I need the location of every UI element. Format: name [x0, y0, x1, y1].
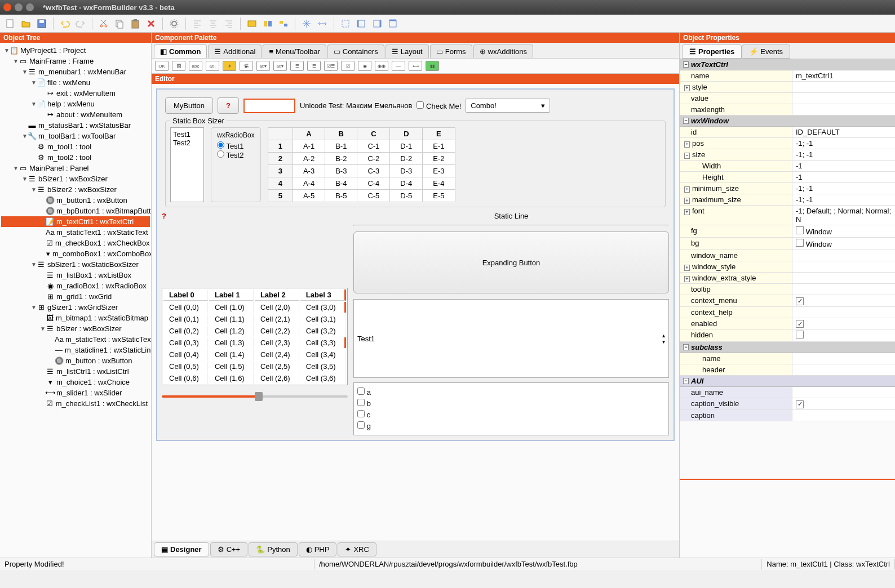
tab-python[interactable]: 🐍Python [249, 542, 297, 556]
tree-node-tool1[interactable]: ⚙m_tool1 : tool [1, 141, 150, 152]
tree-node-tool2[interactable]: ⚙m_tool2 : tool [1, 152, 150, 163]
tree-node-choice1[interactable]: ▾m_choice1 : wxChoice [1, 377, 150, 387]
tree-node-mainpanel[interactable]: ▼▭MainPanel : Panel [1, 163, 150, 173]
component-listctrl-icon[interactable]: ☰ [307, 61, 321, 71]
tab-designer[interactable]: ▤Designer [154, 542, 209, 556]
tree-node-sbsizer1[interactable]: ▼☰sbSizer1 : wxStaticBoxSizer [1, 259, 150, 270]
tree-node-slider1[interactable]: ⟷m_slider1 : wxSlider [1, 387, 150, 398]
tree-node-mainframe[interactable]: ▼▭MainFrame : Frame [1, 56, 150, 66]
slider[interactable] [162, 391, 348, 402]
component-combobox-icon[interactable]: ab▾ [256, 61, 270, 71]
object-tree[interactable]: ▼📋MyProject1 : Project ▼▭MainFrame : Fra… [0, 43, 151, 558]
expanding-button[interactable]: Expanding Button [353, 231, 669, 293]
tree-node-listbox1[interactable]: ☰m_listBox1 : wxListBox [1, 270, 150, 280]
new-file-icon[interactable] [3, 17, 17, 30]
prop-category-aui[interactable]: −AUI [680, 376, 895, 387]
tab-common[interactable]: ◧Common [154, 44, 207, 58]
tree-node-toolbar[interactable]: ▼🔧m_toolBar1 : wxToolBar [1, 131, 150, 141]
tree-node-statusbar[interactable]: ▬m_statusBar1 : wxStatusBar [1, 120, 150, 131]
component-checkbox-icon[interactable]: ☑ [341, 61, 355, 71]
tree-node-bpbutton1[interactable]: 🔘m_bpButton1 : wxBitmapButton [1, 206, 150, 216]
choice-box[interactable]: Test1▴▾ [353, 299, 669, 378]
stretch-icon[interactable] [316, 17, 329, 30]
tree-node-grid1[interactable]: ⊞m_grid1 : wxGrid [1, 291, 150, 302]
prop-category-textctrl[interactable]: −wxTextCtrl [680, 59, 895, 70]
layout2-icon[interactable] [261, 17, 274, 30]
tree-node-exit[interactable]: ↦exit : wxMenuItem [1, 88, 150, 99]
tree-node-statictext[interactable]: Aam_staticText : wxStaticText [1, 334, 150, 345]
tab-php[interactable]: ◐PHP [299, 542, 337, 556]
save-icon[interactable] [35, 17, 48, 30]
tab-forms[interactable]: ▭Forms [430, 44, 472, 58]
spinner-icon[interactable]: ▴▾ [662, 332, 665, 345]
tree-node-checklist1[interactable]: ☑m_checkList1 : wxCheckList [1, 398, 150, 409]
form-preview[interactable]: MyButton ? Unicode Test: Максим Емельяно… [156, 88, 675, 441]
tab-additional[interactable]: ☰Additional [208, 44, 262, 58]
tab-cpp[interactable]: ⚙C++ [210, 542, 248, 556]
textctrl-preview[interactable] [243, 99, 295, 113]
listbox[interactable]: Test1 Test2 [170, 127, 204, 202]
prop-category-subclass[interactable]: −subclass [680, 342, 895, 353]
component-textctrl-icon[interactable]: ab| [206, 61, 219, 71]
tree-node-gsizer1[interactable]: ▼⊞gSizer1 : wxGridSizer [1, 302, 150, 313]
list-ctrl[interactable]: Label 0Label 1Label 2Label 3 Cell (0,0)C… [162, 288, 348, 385]
mybutton[interactable]: MyButton [165, 97, 213, 114]
window-minimize-icon[interactable] [15, 3, 23, 11]
component-slider-icon[interactable]: ⟷ [409, 61, 422, 71]
copy-icon[interactable] [113, 17, 126, 30]
tab-wxadditions[interactable]: ⊕wxAdditions [473, 44, 533, 58]
prop-category-window[interactable]: −wxWindow [680, 115, 895, 127]
editor-area[interactable]: MyButton ? Unicode Test: Максим Емельяно… [152, 84, 679, 541]
component-bitmapbutton-icon[interactable]: 🖼 [172, 61, 185, 71]
align-right-icon[interactable] [222, 17, 236, 30]
cut-icon[interactable] [97, 17, 110, 30]
combo-box[interactable]: Combo!▾ [466, 99, 550, 113]
tree-node-combobox1[interactable]: ▾m_comboBox1 : wxComboBox [1, 248, 150, 259]
tree-node-button1[interactable]: 🔘m_button1 : wxButton [1, 195, 150, 206]
border1-icon[interactable] [339, 17, 352, 30]
tree-node-menubar[interactable]: ▼☰m_menubar1 : wxMenuBar [1, 66, 150, 77]
delete-icon[interactable] [144, 17, 158, 30]
tree-node-statictext1[interactable]: Aam_staticText1 : wxStaticText [1, 227, 150, 238]
component-checklist-icon[interactable]: ☑☰ [324, 61, 338, 71]
border2-icon[interactable] [355, 17, 368, 30]
tab-properties[interactable]: ☰Properties [682, 44, 742, 59]
tree-node-about[interactable]: ↦about : wxMenuItem [1, 109, 150, 120]
paste-icon[interactable] [129, 17, 142, 30]
slider-thumb-icon[interactable] [255, 392, 263, 401]
tree-node-radiobox1[interactable]: ◉m_radioBox1 : wxRadioBox [1, 280, 150, 291]
tree-node-staticline1[interactable]: ―m_staticline1 : wxStaticLine [1, 345, 150, 355]
tree-node-project[interactable]: ▼📋MyProject1 : Project [1, 45, 150, 56]
align-center-icon[interactable] [206, 17, 220, 30]
undo-icon[interactable] [58, 17, 72, 30]
tab-menu-toolbar[interactable]: ≡Menu/Toolbar [263, 44, 326, 58]
layout1-icon[interactable] [245, 17, 259, 30]
component-choice-icon[interactable]: ab▾ [273, 61, 287, 71]
tab-xrc[interactable]: ✦XRC [338, 542, 376, 556]
border4-icon[interactable] [386, 17, 400, 30]
component-radiobox-icon[interactable]: ◉◉ [375, 61, 388, 71]
checklist-item[interactable]: b [357, 398, 665, 409]
component-bitmap-icon[interactable]: ☀ [223, 61, 236, 71]
tab-events[interactable]: ⚡Events [742, 44, 790, 59]
component-statictext-icon[interactable]: abc [189, 61, 202, 71]
redo-icon[interactable] [74, 17, 87, 30]
checklist[interactable]: a b c g [353, 382, 669, 435]
tree-node-listctrl1[interactable]: ☰m_listCtrl1 : wxListCtrl [1, 366, 150, 377]
listbox-item[interactable]: Test2 [173, 139, 201, 147]
listbox-item[interactable]: Test1 [173, 130, 201, 139]
component-staticline-icon[interactable]: ― [392, 61, 405, 71]
check-me[interactable]: Check Me! [417, 101, 461, 110]
tree-node-bsizer[interactable]: ▼☰bSizer : wxBoxSizer [1, 323, 150, 334]
tab-containers[interactable]: ▭Containers [327, 44, 384, 58]
tree-node-file-menu[interactable]: ▼📄file : wxMenu [1, 77, 150, 88]
tree-node-bitmap1[interactable]: 🖼m_bitmap1 : wxStaticBitmap [1, 313, 150, 323]
checklist-item[interactable]: g [357, 420, 665, 431]
tree-node-checkbox1[interactable]: ☑m_checkBox1 : wxCheckBox [1, 238, 150, 248]
tree-node-help-menu[interactable]: ▼📄help : wxMenu [1, 99, 150, 109]
checklist-item[interactable]: c [357, 409, 665, 420]
tree-node-button[interactable]: 🔘m_button : wxButton [1, 355, 150, 366]
border3-icon[interactable] [370, 17, 384, 30]
window-close-icon[interactable] [3, 3, 11, 11]
component-listbox-icon[interactable]: ☰ [290, 61, 304, 71]
